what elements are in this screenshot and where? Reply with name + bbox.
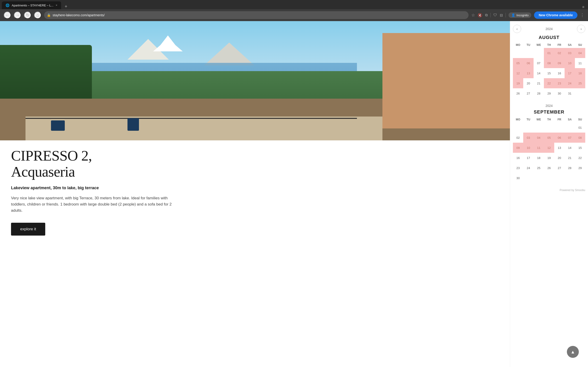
calendar-cell[interactable]: 27 [523,88,534,98]
calendar-day[interactable]: 30 [555,89,564,98]
calendar-day[interactable]: 17 [524,153,533,162]
scroll-top-button[interactable]: ▲ [567,346,579,358]
calendar-cell[interactable]: 05 [513,58,523,68]
calendar-day[interactable]: 29 [545,89,554,98]
calendar-cell[interactable]: 26 [513,88,523,98]
calendar-cell[interactable]: 28 [534,88,544,98]
calendar-day[interactable]: 28 [565,163,574,173]
calendar-cell[interactable]: 09 [554,58,565,68]
calendar-cell[interactable]: 10 [523,143,534,153]
calendar-day[interactable]: 25 [576,79,585,88]
bookmark-icon[interactable]: ☆ [471,13,475,18]
calendar-day[interactable]: 04 [576,48,585,58]
calendar-day[interactable]: 19 [514,79,523,88]
calendar-cell[interactable]: 23 [513,163,523,173]
calendar-cell[interactable]: 18 [575,68,585,78]
calendar-cell[interactable]: 22 [575,153,585,163]
calendar-day[interactable]: 05 [545,133,554,142]
calendar-day[interactable]: 01 [545,48,554,58]
calendar-cell[interactable]: 24 [523,163,534,173]
calendar-day[interactable]: 24 [565,79,574,88]
calendar-day[interactable]: 20 [555,153,564,162]
calendar-day[interactable]: 15 [576,143,585,152]
calendar-day[interactable]: 24 [524,163,533,173]
calendar-day[interactable]: 04 [534,133,544,142]
calendar-cell[interactable]: 23 [554,78,565,88]
calendar-cell[interactable]: 10 [565,58,575,68]
calendar-day[interactable]: 21 [534,79,544,88]
calendar-cell[interactable]: 26 [544,163,554,173]
calendar-day[interactable]: 08 [576,133,585,142]
calendar-day[interactable]: 03 [565,48,574,58]
calendar-cell[interactable]: 06 [523,58,534,68]
calendar-day[interactable]: 26 [545,163,554,173]
calendar-cell[interactable]: 20 [523,78,534,88]
calendar-cell[interactable]: 12 [513,68,523,78]
calendar-cell[interactable]: 25 [534,163,544,173]
calendar-cell[interactable]: 14 [534,68,544,78]
calendar-cell[interactable]: 01 [575,123,585,133]
calendar-day[interactable]: 27 [524,89,533,98]
calendar-day[interactable]: 02 [514,133,523,142]
calendar-day[interactable]: 21 [565,153,574,162]
calendar-day[interactable]: 10 [565,58,574,68]
calendar-day[interactable]: 30 [514,173,523,183]
extensions-icon[interactable]: ⧉ [485,13,488,17]
calendar-day[interactable]: 09 [514,143,523,152]
tab-list-icon[interactable]: ≡ [580,5,586,9]
calendar-cell[interactable]: 20 [554,153,565,163]
calendar-cell[interactable]: 14 [565,143,575,153]
calendar-cell[interactable]: 02 [513,133,523,143]
address-bar-container[interactable]: 🔒 [44,11,468,19]
calendar-cell[interactable]: 25 [575,78,585,88]
calendar-day[interactable]: 01 [576,123,585,132]
calendar-cell[interactable]: 13 [554,143,565,153]
calendar-day[interactable]: 27 [555,163,564,173]
calendar-day[interactable]: 25 [534,163,544,173]
calendar-cell[interactable]: 01 [544,48,554,58]
calendar-day[interactable]: 23 [555,79,564,88]
calendar-day[interactable]: 16 [555,69,564,78]
new-chrome-button[interactable]: New Chrome available [534,11,578,19]
calendar-cell[interactable]: 02 [554,48,565,58]
calendar-cell[interactable]: 16 [554,68,565,78]
calendar-cell[interactable]: 08 [575,133,585,143]
calendar-day[interactable]: 31 [565,89,574,98]
calendar-day[interactable]: 26 [514,89,523,98]
calendar-day[interactable]: 07 [534,58,544,68]
calendar-day[interactable]: 10 [524,143,533,152]
calendar-day[interactable]: 12 [514,69,523,78]
more-options-button[interactable]: ⋮ [580,13,584,18]
calendar-cell[interactable]: 29 [544,88,554,98]
incognito-button[interactable]: 👤 Incognito [509,12,531,18]
calendar-cell[interactable]: 21 [534,78,544,88]
calendar-day[interactable]: 23 [514,163,523,173]
sidebar-icon[interactable]: ⊟ [500,13,503,17]
calendar-day[interactable]: 16 [514,153,523,162]
forward-button[interactable]: → [14,11,21,19]
calendar-day[interactable]: 12 [545,143,554,152]
calendar-cell[interactable]: 09 [513,143,523,153]
calendar-cell[interactable]: 18 [534,153,544,163]
calendar-cell[interactable]: 04 [575,48,585,58]
calendar-cell[interactable]: 24 [565,78,575,88]
calendar-cell[interactable]: 22 [544,78,554,88]
explore-button[interactable]: explore it [11,223,45,236]
tab-close-icon[interactable]: × [56,4,57,7]
calendar-cell[interactable]: 30 [513,173,523,183]
calendar-cell[interactable]: 28 [565,163,575,173]
calendar-day[interactable]: 28 [534,89,544,98]
calendar-day[interactable]: 14 [565,143,574,152]
calendar-cell[interactable]: 06 [554,133,565,143]
calendar-cell[interactable]: 03 [565,48,575,58]
prev-month-button[interactable]: ‹ [513,25,521,33]
calendar-cell[interactable]: 03 [523,133,534,143]
calendar-cell[interactable]: 08 [544,58,554,68]
calendar-day[interactable]: 05 [514,58,523,68]
calendar-day[interactable]: 15 [545,69,554,78]
calendar-cell[interactable]: 27 [554,163,565,173]
calendar-day[interactable]: 07 [565,133,574,142]
calendar-day[interactable]: 18 [534,153,544,162]
calendar-day[interactable]: 29 [576,163,585,173]
active-tab[interactable]: 🌐 Apartments – STAYHERE – L... × [2,1,61,9]
